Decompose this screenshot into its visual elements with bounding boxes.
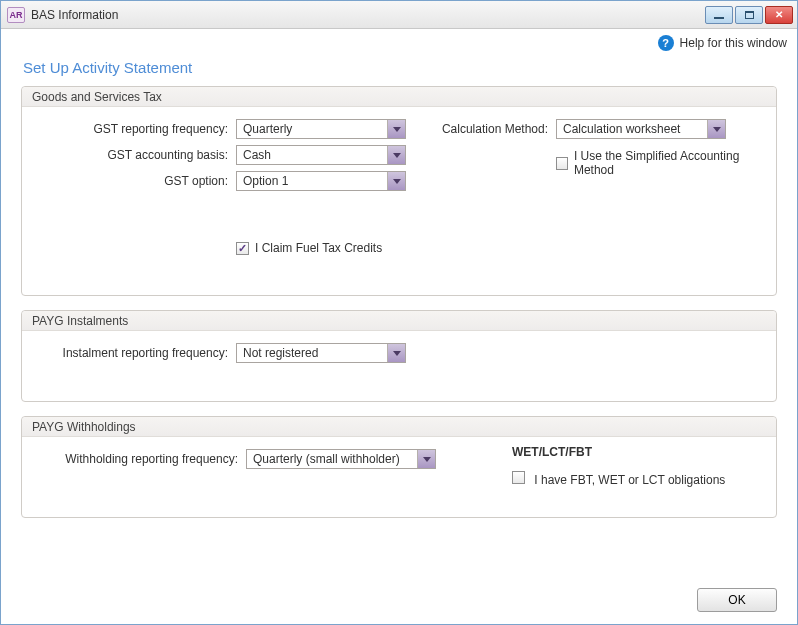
calc-method-value: Calculation worksheet: [563, 122, 680, 136]
fuel-tax-row: I Claim Fuel Tax Credits: [236, 241, 406, 255]
gst-legend: Goods and Services Tax: [22, 87, 776, 107]
footer: OK: [1, 582, 797, 624]
gst-left-column: GST reporting frequency: Quarterly GST a…: [36, 113, 406, 255]
chevron-down-icon: [387, 172, 405, 190]
payg-instalments-group: PAYG Instalments Instalment reporting fr…: [21, 310, 777, 402]
titlebar: AR BAS Information ✕: [1, 1, 797, 29]
gst-basis-label: GST accounting basis:: [36, 148, 236, 162]
help-bar: ? Help for this window: [1, 29, 797, 53]
fuel-tax-label: I Claim Fuel Tax Credits: [255, 241, 382, 255]
window-title: BAS Information: [31, 8, 118, 22]
gst-basis-value: Cash: [243, 148, 271, 162]
simplified-label: I Use the Simplified Accounting Method: [574, 149, 762, 177]
ok-button[interactable]: OK: [697, 588, 777, 612]
page-title: Set Up Activity Statement: [1, 53, 797, 86]
simplified-checkbox[interactable]: [556, 157, 568, 170]
payg-instalments-legend: PAYG Instalments: [22, 311, 776, 331]
gst-frequency-select[interactable]: Quarterly: [236, 119, 406, 139]
gst-group: Goods and Services Tax GST reporting fre…: [21, 86, 777, 296]
instalment-frequency-label: Instalment reporting frequency:: [36, 346, 236, 360]
gst-option-label: GST option:: [36, 174, 236, 188]
gst-columns: GST reporting frequency: Quarterly GST a…: [36, 105, 762, 255]
minimize-icon: [714, 17, 724, 19]
help-link[interactable]: Help for this window: [680, 36, 787, 50]
fuel-tax-checkbox[interactable]: [236, 242, 249, 255]
withholding-frequency-value: Quarterly (small withholder): [253, 452, 400, 466]
chevron-down-icon: [387, 120, 405, 138]
content-area: Goods and Services Tax GST reporting fre…: [1, 86, 797, 582]
bas-information-window: AR BAS Information ✕ ? Help for this win…: [0, 0, 798, 625]
wet-heading: WET/LCT/FBT: [512, 445, 762, 459]
gst-frequency-label: GST reporting frequency:: [36, 122, 236, 136]
chevron-down-icon: [707, 120, 725, 138]
help-icon[interactable]: ?: [658, 35, 674, 51]
payg-withholdings-group: PAYG Withholdings Withholding reporting …: [21, 416, 777, 518]
payg-withholdings-legend: PAYG Withholdings: [22, 417, 776, 437]
chevron-down-icon: [387, 146, 405, 164]
wet-label: I have FBT, WET or LCT obligations: [534, 473, 725, 487]
calc-method-label: Calculation Method:: [436, 122, 556, 136]
withholding-frequency-label: Withholding reporting frequency:: [36, 452, 246, 466]
gst-basis-select[interactable]: Cash: [236, 145, 406, 165]
calc-method-select[interactable]: Calculation worksheet: [556, 119, 726, 139]
instalment-frequency-select[interactable]: Not registered: [236, 343, 406, 363]
window-buttons: ✕: [705, 6, 793, 24]
maximize-icon: [745, 11, 754, 19]
chevron-down-icon: [417, 450, 435, 468]
gst-frequency-value: Quarterly: [243, 122, 292, 136]
gst-option-value: Option 1: [243, 174, 288, 188]
app-icon: AR: [7, 7, 25, 23]
instalment-frequency-value: Not registered: [243, 346, 318, 360]
gst-right-column: Calculation Method: Calculation workshee…: [436, 113, 762, 255]
close-icon: ✕: [775, 10, 783, 20]
chevron-down-icon: [387, 344, 405, 362]
withholding-frequency-select[interactable]: Quarterly (small withholder): [246, 449, 436, 469]
wet-block: WET/LCT/FBT I have FBT, WET or LCT oblig…: [512, 445, 762, 487]
minimize-button[interactable]: [705, 6, 733, 24]
gst-option-select[interactable]: Option 1: [236, 171, 406, 191]
close-button[interactable]: ✕: [765, 6, 793, 24]
maximize-button[interactable]: [735, 6, 763, 24]
wet-checkbox[interactable]: [512, 471, 525, 484]
